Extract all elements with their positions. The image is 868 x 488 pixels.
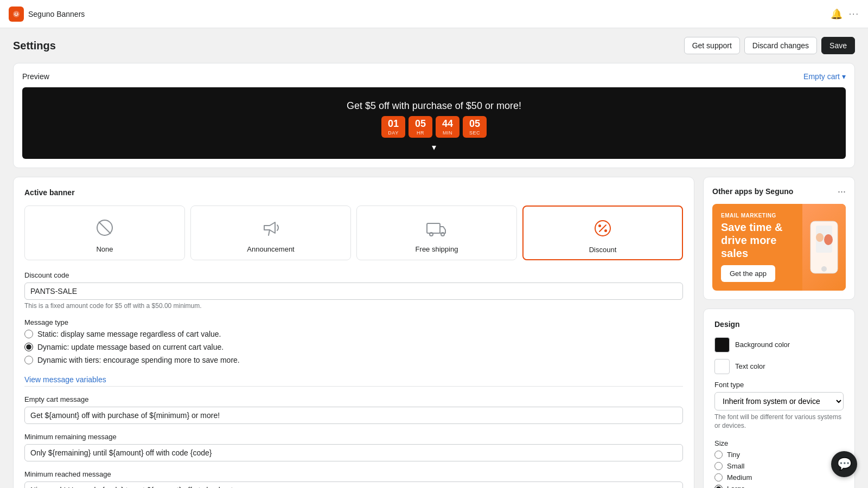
- promo-banner: EMAIL MARKETING Save time & drive more s…: [712, 204, 846, 291]
- announcement-icon: [195, 215, 346, 241]
- banner-expand-icon[interactable]: ▾: [31, 142, 837, 152]
- svg-point-9: [598, 224, 601, 227]
- preview-card: Preview Empty cart ▾ Get $5 off with pur…: [13, 63, 855, 168]
- size-large-radio[interactable]: [714, 485, 723, 488]
- svg-line-4: [99, 222, 111, 234]
- minimum-remaining-label: Minimum remaining message: [24, 433, 683, 441]
- other-apps-card: Other apps by Seguno ··· EMAIL MARKETING…: [703, 177, 855, 300]
- banner-preview-text: Get $5 off with purchase of $50 or more!: [31, 100, 837, 112]
- banner-type-none-label: None: [29, 245, 180, 253]
- minimum-reached-input[interactable]: [24, 481, 683, 488]
- dynamic-radio[interactable]: [24, 343, 33, 351]
- svg-point-14: [821, 266, 827, 272]
- background-color-label: Background color: [735, 341, 790, 349]
- none-icon: [29, 215, 180, 241]
- banner-type-free-shipping-label: Free shipping: [361, 245, 512, 253]
- minimum-reached-label: Minimum reached message: [24, 470, 683, 478]
- banner-type-announcement[interactable]: Announcement: [190, 206, 351, 260]
- app-name: Seguno Banners: [28, 10, 85, 18]
- countdown-day: 01 DAY: [381, 116, 405, 138]
- svg-point-15: [816, 233, 824, 242]
- static-radio[interactable]: [24, 330, 33, 338]
- promo-cta-button[interactable]: Get the app: [721, 265, 775, 282]
- chevron-down-icon: ▾: [842, 72, 846, 81]
- more-icon[interactable]: ···: [849, 9, 859, 19]
- svg-point-16: [824, 234, 833, 245]
- promo-phone-graphic: [802, 204, 846, 291]
- empty-cart-message-group: Empty cart message: [24, 395, 683, 424]
- app-branding: Seguno Banners: [9, 7, 85, 22]
- promo-top-label: EMAIL MARKETING: [721, 213, 785, 219]
- top-nav: Seguno Banners 🔔 ···: [0, 0, 868, 28]
- save-button[interactable]: Save: [821, 37, 855, 54]
- active-banner-title: Active banner: [24, 188, 683, 197]
- preview-label: Preview: [22, 72, 49, 81]
- two-col-layout: Active banner None: [13, 177, 855, 488]
- message-type-label: Message type: [24, 318, 683, 326]
- minimum-reached-group: Minimum reached message: [24, 470, 683, 488]
- size-medium-radio[interactable]: [714, 473, 723, 481]
- svg-point-7: [441, 233, 444, 236]
- svg-point-1: [15, 12, 16, 14]
- empty-cart-message-input[interactable]: [24, 407, 683, 424]
- empty-cart-message-label: Empty cart message: [24, 395, 683, 403]
- size-medium[interactable]: Medium: [714, 473, 844, 481]
- discard-changes-button[interactable]: Discard changes: [744, 37, 817, 54]
- static-option[interactable]: Static: display same message regardless …: [24, 330, 683, 338]
- font-type-hint: The font will be different for various s…: [714, 413, 844, 431]
- svg-point-2: [17, 12, 18, 14]
- chat-button[interactable]: 💬: [831, 451, 857, 477]
- dynamic-option[interactable]: Dynamic: update message based on current…: [24, 343, 683, 351]
- chat-icon: 💬: [837, 457, 852, 471]
- nav-actions: 🔔 ···: [831, 8, 859, 20]
- background-color-swatch[interactable]: [714, 337, 730, 352]
- minimum-remaining-input[interactable]: [24, 444, 683, 461]
- active-banner-card: Active banner None: [13, 177, 694, 488]
- size-options: Tiny Small Medium Large: [714, 451, 844, 488]
- banner-type-discount-label: Discount: [528, 246, 678, 254]
- banner-type-selector: None Announcement: [24, 206, 683, 260]
- size-small-radio[interactable]: [714, 462, 723, 470]
- svg-point-0: [13, 11, 20, 17]
- svg-point-10: [604, 229, 607, 232]
- font-type-select[interactable]: Inherit from system or deviceArialGeorgi…: [714, 392, 844, 410]
- countdown-sec: 05 SEC: [463, 116, 487, 138]
- countdown-min: 44 MIN: [436, 116, 459, 138]
- text-color-label: Text color: [735, 362, 765, 370]
- left-column: Active banner None: [13, 177, 694, 488]
- preview-header: Preview Empty cart ▾: [22, 72, 846, 81]
- message-type-options: Static: display same message regardless …: [24, 330, 683, 364]
- dynamic-tiers-radio[interactable]: [24, 356, 33, 364]
- bell-icon[interactable]: 🔔: [831, 8, 843, 20]
- minimum-remaining-group: Minimum remaining message: [24, 433, 683, 461]
- svg-rect-5: [427, 223, 440, 233]
- size-small[interactable]: Small: [714, 462, 844, 470]
- banner-type-none[interactable]: None: [24, 206, 185, 260]
- size-large[interactable]: Large: [714, 485, 844, 488]
- main-content: Preview Empty cart ▾ Get $5 off with pur…: [0, 63, 868, 488]
- discount-code-group: Discount code This is a fixed amount cod…: [24, 271, 683, 310]
- text-color-swatch[interactable]: [714, 359, 730, 374]
- empty-cart-selector[interactable]: Empty cart ▾: [803, 72, 846, 81]
- promo-headline: Save time & drive more sales: [721, 221, 785, 260]
- get-support-button[interactable]: Get support: [684, 37, 740, 54]
- banner-type-free-shipping[interactable]: Free shipping: [356, 206, 517, 260]
- dynamic-tiers-option[interactable]: Dynamic with tiers: encourage spending m…: [24, 356, 683, 364]
- message-type-group: Message type Static: display same messag…: [24, 318, 683, 364]
- banner-preview: Get $5 off with purchase of $50 or more!…: [22, 87, 846, 159]
- font-type-group: Font type Inherit from system or deviceA…: [714, 381, 844, 431]
- discount-icon: [528, 215, 678, 241]
- other-apps-more-button[interactable]: ···: [838, 186, 846, 197]
- size-tiny[interactable]: Tiny: [714, 451, 844, 459]
- banner-type-discount[interactable]: Discount: [522, 206, 683, 260]
- page-title: Settings: [13, 40, 56, 52]
- right-column: Other apps by Seguno ··· EMAIL MARKETING…: [703, 177, 855, 488]
- design-title: Design: [714, 320, 844, 329]
- size-tiny-radio[interactable]: [714, 451, 723, 459]
- size-label: Size: [714, 439, 844, 447]
- discount-code-input[interactable]: [24, 282, 683, 300]
- free-shipping-icon: [361, 215, 512, 241]
- view-variables-link[interactable]: View message variables: [24, 375, 106, 384]
- banner-type-announcement-label: Announcement: [195, 245, 346, 253]
- discount-code-label: Discount code: [24, 271, 683, 279]
